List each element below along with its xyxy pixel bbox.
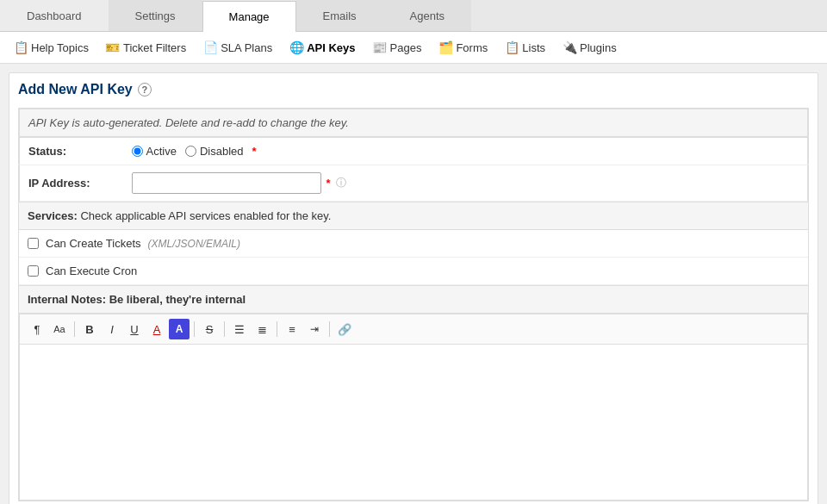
create-tickets-label[interactable]: Can Create Tickets [46, 237, 141, 250]
status-disabled-text: Disabled [200, 145, 244, 158]
page-title-text: Add New API Key [18, 82, 133, 97]
status-active-radio[interactable] [132, 146, 143, 157]
help-topics-icon: 📋 [14, 40, 28, 54]
subnav-lists-label: Lists [522, 41, 545, 54]
ip-required-star: * [326, 177, 331, 190]
editor-wrapper: ¶ Aa B I U A A S ☰ ≣ ≡ ⇥ [19, 314, 808, 501]
tab-manage[interactable]: Manage [202, 1, 296, 32]
plugins-icon: 🔌 [563, 40, 576, 54]
help-icon[interactable]: ? [138, 83, 152, 96]
internal-notes-description: Be liberal, they're internal [109, 293, 246, 306]
subnav-plugins[interactable]: 🔌 Plugins [556, 37, 624, 58]
toolbar-sep-4 [277, 321, 277, 337]
forms-icon: 🗂️ [438, 40, 452, 54]
toolbar-link-btn[interactable]: 🔗 [334, 319, 355, 339]
status-disabled-radio[interactable] [185, 146, 196, 157]
status-field: Active Disabled * [123, 138, 808, 165]
page-title-row: Add New API Key ? [18, 82, 809, 97]
toolbar-strikethrough-btn[interactable]: S [199, 319, 220, 339]
toolbar-sep-3 [224, 321, 225, 337]
ip-address-input[interactable] [132, 172, 321, 194]
ip-address-row: IP Address: * ⓘ [20, 165, 808, 202]
subnav-plugins-label: Plugins [580, 41, 617, 54]
create-tickets-checkbox[interactable] [28, 238, 39, 249]
toolbar-italic-btn[interactable]: I [102, 319, 122, 339]
toolbar-fontcolor-btn[interactable]: A [146, 319, 167, 339]
internal-notes-header: Internal Notes: Be liberal, they're inte… [19, 285, 808, 314]
main-content: Add New API Key ? API Key is auto-genera… [9, 72, 818, 504]
subnav-help-topics[interactable]: 📋 Help Topics [7, 37, 96, 58]
subnav-api-keys-label: API Keys [307, 41, 355, 54]
service-execute-cron: Can Execute Cron [19, 258, 808, 285]
status-active-text: Active [146, 145, 177, 158]
toolbar-ordered-list-btn[interactable]: ≣ [252, 319, 272, 339]
status-row: Status: Active Disabled * [20, 138, 808, 165]
toolbar-paragraph-btn[interactable]: ¶ [27, 319, 47, 339]
services-description: Check applicable API services enabled fo… [80, 209, 331, 222]
api-keys-icon: 🌐 [289, 40, 303, 54]
ip-info-icon: ⓘ [336, 176, 346, 190]
subnav-ticket-filters-label: Ticket Filters [123, 41, 186, 54]
editor-toolbar: ¶ Aa B I U A A S ☰ ≣ ≡ ⇥ [20, 314, 807, 345]
tab-emails[interactable]: Emails [296, 0, 383, 31]
execute-cron-label[interactable]: Can Execute Cron [46, 264, 137, 277]
top-navigation: Dashboard Settings Manage Emails Agents [0, 0, 827, 32]
services-header-label: Services: [28, 209, 78, 222]
ip-address-label: IP Address: [20, 165, 123, 202]
status-disabled-label[interactable]: Disabled [185, 145, 244, 158]
internal-notes-label: Internal Notes: [28, 293, 106, 306]
subnav-lists[interactable]: 📋 Lists [498, 37, 552, 58]
notes-editor[interactable] [20, 345, 807, 500]
subnav-ticket-filters[interactable]: 🎫 Ticket Filters [99, 37, 193, 58]
create-tickets-hint: (XML/JSON/EMAIL) [148, 238, 240, 250]
subnav-forms[interactable]: 🗂️ Forms [432, 37, 494, 58]
form-fields: Status: Active Disabled * [19, 137, 808, 202]
form-container: API Key is auto-generated. Delete and re… [18, 108, 809, 501]
toolbar-unordered-list-btn[interactable]: ☰ [229, 319, 250, 339]
toolbar-fontsize-btn[interactable]: Aa [49, 319, 70, 339]
status-active-label[interactable]: Active [132, 145, 177, 158]
toolbar-sep-1 [74, 321, 75, 337]
subnav-pages-label: Pages [390, 41, 422, 54]
toolbar-bgcolor-btn[interactable]: A [169, 319, 190, 339]
subnav-sla-plans[interactable]: 📄 SLA Plans [196, 37, 279, 58]
toolbar-bold-btn[interactable]: B [79, 319, 100, 339]
tab-settings[interactable]: Settings [109, 0, 202, 31]
status-label: Status: [20, 138, 123, 165]
pages-icon: 📰 [373, 40, 387, 54]
services-header: Services: Check applicable API services … [19, 202, 808, 230]
lists-icon: 📋 [505, 40, 519, 54]
service-create-tickets: Can Create Tickets (XML/JSON/EMAIL) [19, 230, 808, 258]
sla-plans-icon: 📄 [203, 40, 217, 54]
subnav-pages[interactable]: 📰 Pages [366, 37, 429, 58]
subnav-api-keys[interactable]: 🌐 API Keys [283, 37, 362, 58]
subnav-forms-label: Forms [456, 41, 488, 54]
tab-dashboard[interactable]: Dashboard [0, 0, 109, 31]
toolbar-underline-btn[interactable]: U [124, 319, 145, 339]
subnav-help-topics-label: Help Topics [31, 41, 89, 54]
status-required-star: * [252, 145, 257, 158]
execute-cron-checkbox[interactable] [28, 265, 39, 277]
tab-agents[interactable]: Agents [383, 0, 471, 31]
ip-address-field: * ⓘ [123, 165, 808, 202]
subnav-sla-plans-label: SLA Plans [221, 41, 272, 54]
toolbar-sep-5 [329, 321, 330, 337]
toolbar-sep-2 [194, 321, 195, 337]
sub-navigation: 📋 Help Topics 🎫 Ticket Filters 📄 SLA Pla… [0, 32, 827, 64]
auto-generate-note: API Key is auto-generated. Delete and re… [19, 109, 808, 137]
toolbar-align-right-btn[interactable]: ⇥ [304, 319, 325, 339]
ticket-filters-icon: 🎫 [106, 40, 120, 54]
toolbar-align-left-btn[interactable]: ≡ [282, 319, 302, 339]
